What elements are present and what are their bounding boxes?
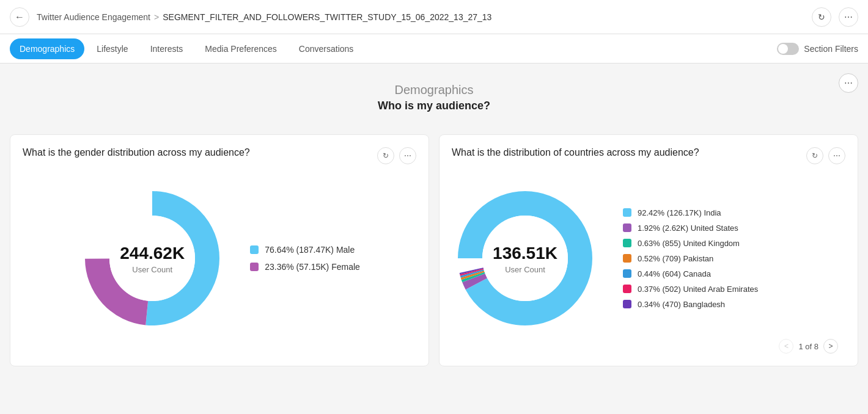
tab-conversations[interactable]: Conversations xyxy=(289,38,364,59)
breadcrumb-current: SEGMENT_FILTER_AND_FOLLOWERS_TWITTER_STU… xyxy=(163,12,491,22)
legend-dot-uk xyxy=(623,239,631,247)
gender-legend: 76.64% (187.47K) Male 23.36% (57.15K) Fe… xyxy=(250,245,360,272)
tab-demographics[interactable]: Demographics xyxy=(10,38,84,59)
next-page-button[interactable]: > xyxy=(823,339,838,354)
legend-label-pakistan: 0.52% (709) Pakistan xyxy=(638,254,713,263)
tab-interests[interactable]: Interests xyxy=(141,38,193,59)
gender-donut-center: 244.62K User Count xyxy=(120,243,185,274)
gender-chart-card: What is the gender distribution across m… xyxy=(10,134,429,366)
tabs-container: Demographics Lifestyle Interests Media P… xyxy=(10,34,363,63)
legend-item-canada: 0.44% (604) Canada xyxy=(623,269,845,278)
refresh-icon: ↻ xyxy=(818,12,825,22)
tab-media-preferences[interactable]: Media Preferences xyxy=(195,38,287,59)
back-button[interactable]: ← xyxy=(10,7,29,27)
chart-pagination: < 1 of 8 > xyxy=(769,334,848,358)
section-filters-label: Section Filters xyxy=(804,44,858,54)
legend-item-bangladesh: 0.34% (470) Bangladesh xyxy=(623,300,845,309)
legend-label-female: 23.36% (57.15K) Female xyxy=(265,262,360,272)
header-left: ← Twitter Audience Engagement > SEGMENT_… xyxy=(10,7,491,27)
legend-item-uk: 0.63% (855) United Kingdom xyxy=(623,239,845,248)
more-icon: ⋯ xyxy=(844,12,853,22)
section-subtitle: Who is my audience? xyxy=(15,100,853,112)
legend-dot-pakistan xyxy=(623,254,631,263)
gender-center-label: User Count xyxy=(120,264,185,274)
legend-dot-female xyxy=(250,263,259,271)
gender-chart-content: 244.62K User Count 76.64% (187.47K) Male… xyxy=(23,179,416,338)
gender-chart-question: What is the gender distribution across m… xyxy=(23,147,250,158)
page-label: 1 of 8 xyxy=(798,342,818,351)
country-legend: 92.42% (126.17K) India 1.92% (2.62K) Uni… xyxy=(623,208,845,309)
country-center-value: 136.51K xyxy=(493,243,557,264)
country-chart-card: What is the distribution of countries ac… xyxy=(439,134,858,366)
section-filters-toggle[interactable] xyxy=(777,43,799,55)
legend-dot-canada xyxy=(623,269,631,278)
gender-chart-actions: ↻ ⋯ xyxy=(377,147,416,164)
legend-dot-uae xyxy=(623,285,631,293)
legend-label-bangladesh: 0.34% (470) Bangladesh xyxy=(638,300,725,309)
legend-item-uae: 0.37% (502) United Arab Emirates xyxy=(623,285,845,294)
country-donut: 136.51K User Count xyxy=(452,185,598,332)
section-header-area: ⋯ Demographics Who is my audience? xyxy=(0,64,868,125)
country-chart-question: What is the distribution of countries ac… xyxy=(452,147,699,158)
legend-dot-usa xyxy=(623,223,631,232)
legend-item-male: 76.64% (187.47K) Male xyxy=(250,245,360,255)
section-more-icon: ⋯ xyxy=(844,78,853,88)
header-right: ↻ ⋯ xyxy=(812,7,858,27)
legend-label-canada: 0.44% (604) Canada xyxy=(638,269,711,278)
refresh-icon: ↻ xyxy=(812,151,818,160)
breadcrumb-parent[interactable]: Twitter Audience Engagement xyxy=(37,12,150,22)
section-title: Demographics xyxy=(15,83,853,97)
tabs-bar: Demographics Lifestyle Interests Media P… xyxy=(0,34,868,64)
legend-item-female: 23.36% (57.15K) Female xyxy=(250,262,360,272)
section-filters-control: Section Filters xyxy=(777,43,858,55)
legend-item-usa: 1.92% (2.62K) United States xyxy=(623,223,845,233)
more-options-button[interactable]: ⋯ xyxy=(839,7,858,27)
country-chart-refresh[interactable]: ↻ xyxy=(806,147,823,164)
back-icon: ← xyxy=(15,12,24,23)
legend-dot-bangladesh xyxy=(623,300,631,308)
gender-donut: 244.62K User Count xyxy=(79,185,226,332)
prev-icon: < xyxy=(784,342,789,350)
legend-label-male: 76.64% (187.47K) Male xyxy=(265,245,355,255)
refresh-button[interactable]: ↻ xyxy=(812,7,831,27)
next-icon: > xyxy=(828,342,833,350)
breadcrumb: Twitter Audience Engagement > SEGMENT_FI… xyxy=(37,12,491,22)
app-header: ← Twitter Audience Engagement > SEGMENT_… xyxy=(0,0,868,34)
legend-label-india: 92.42% (126.17K) India xyxy=(638,208,721,217)
refresh-icon: ↻ xyxy=(383,151,389,160)
more-icon: ⋯ xyxy=(833,151,840,160)
legend-label-uae: 0.37% (502) United Arab Emirates xyxy=(638,285,758,294)
country-chart-header: What is the distribution of countries ac… xyxy=(452,147,845,164)
country-donut-center: 136.51K User Count xyxy=(493,243,557,274)
gender-chart-refresh[interactable]: ↻ xyxy=(377,147,394,164)
gender-chart-more[interactable]: ⋯ xyxy=(399,147,416,164)
legend-item-pakistan: 0.52% (709) Pakistan xyxy=(623,254,845,263)
tab-lifestyle[interactable]: Lifestyle xyxy=(87,38,138,59)
country-chart-content: 136.51K User Count 92.42% (126.17K) Indi… xyxy=(452,179,845,338)
legend-label-usa: 1.92% (2.62K) United States xyxy=(638,223,738,233)
gender-center-value: 244.62K xyxy=(120,243,185,264)
legend-dot-male xyxy=(250,245,259,254)
more-icon: ⋯ xyxy=(404,151,411,160)
charts-area: What is the gender distribution across m… xyxy=(0,125,868,376)
country-center-label: User Count xyxy=(493,264,557,274)
breadcrumb-separator: > xyxy=(154,12,159,22)
legend-item-india: 92.42% (126.17K) India xyxy=(623,208,845,217)
section-more-button[interactable]: ⋯ xyxy=(839,73,858,93)
legend-label-uk: 0.63% (855) United Kingdom xyxy=(638,239,740,248)
legend-dot-india xyxy=(623,208,631,217)
prev-page-button[interactable]: < xyxy=(779,339,793,354)
country-chart-actions: ↻ ⋯ xyxy=(806,147,845,164)
country-chart-more[interactable]: ⋯ xyxy=(828,147,845,164)
gender-chart-header: What is the gender distribution across m… xyxy=(23,147,416,164)
